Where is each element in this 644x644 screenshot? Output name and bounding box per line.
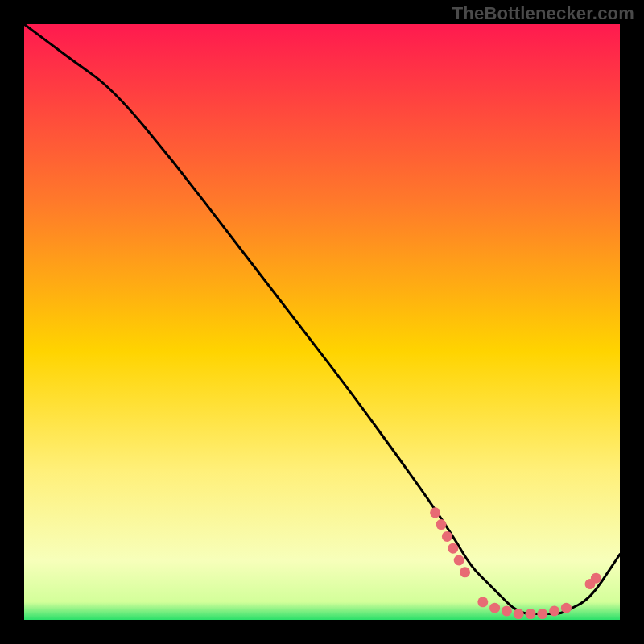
chart-stage: TheBottlenecker.com [0, 0, 644, 644]
data-marker [442, 531, 452, 542]
data-marker [489, 603, 500, 613]
data-marker [591, 573, 601, 584]
data-marker [477, 597, 488, 607]
data-marker [436, 519, 447, 530]
data-marker [448, 543, 458, 554]
chart-svg [24, 24, 620, 620]
gradient-background [24, 24, 620, 620]
data-marker [502, 605, 512, 616]
data-marker [549, 605, 559, 616]
data-marker [514, 609, 524, 619]
data-marker [561, 603, 572, 613]
data-marker [430, 507, 440, 518]
watermark-label: TheBottlenecker.com [452, 3, 634, 24]
data-marker [454, 555, 464, 566]
data-marker [460, 567, 470, 577]
data-marker [537, 609, 547, 619]
data-marker [526, 609, 536, 619]
plot-area [24, 24, 620, 620]
